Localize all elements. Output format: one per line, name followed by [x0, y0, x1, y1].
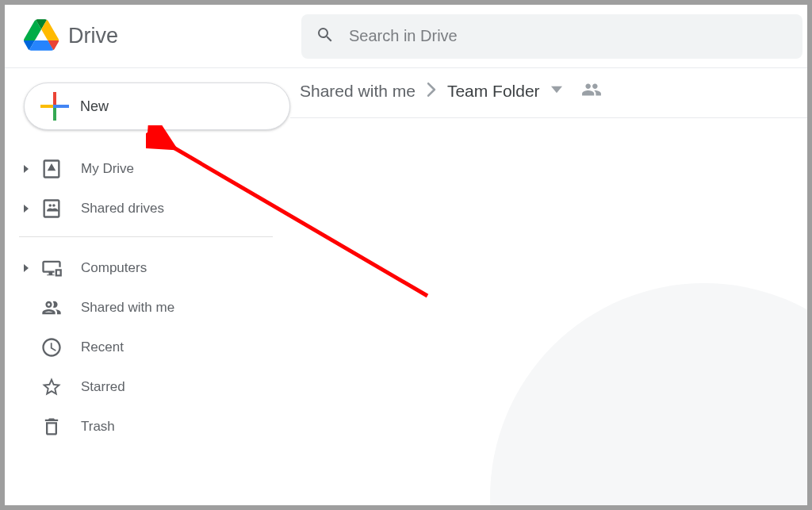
clock-icon — [40, 336, 63, 359]
sidebar-item-starred[interactable]: Starred — [19, 367, 290, 407]
new-button[interactable]: New — [24, 82, 290, 130]
svg-rect-4 — [53, 105, 56, 108]
header: Drive — [5, 5, 807, 68]
search-input[interactable] — [349, 27, 788, 45]
sidebar-item-shared-drives[interactable]: Shared drives — [19, 189, 290, 228]
nav-group-secondary: Computers Shared with me Recent — [19, 248, 290, 447]
sidebar-item-my-drive[interactable]: My Drive — [19, 149, 290, 189]
expand-icon[interactable] — [21, 264, 32, 272]
logo-area[interactable]: Drive — [24, 19, 301, 54]
search-icon — [316, 25, 335, 48]
dropdown-icon[interactable] — [551, 84, 562, 98]
my-drive-icon — [40, 157, 63, 181]
app-title: Drive — [68, 24, 118, 48]
sidebar-item-label: My Drive — [81, 161, 134, 177]
breadcrumb-current[interactable]: Team Folder — [447, 82, 540, 101]
main-area: New My Drive — [5, 68, 807, 505]
svg-rect-1 — [53, 108, 56, 121]
expand-icon[interactable] — [21, 205, 32, 213]
sidebar-item-label: Trash — [81, 419, 115, 435]
sidebar-item-label: Starred — [81, 379, 125, 395]
svg-rect-3 — [56, 105, 69, 108]
breadcrumb: Shared with me Team Folder — [290, 79, 807, 118]
sidebar-item-label: Recent — [81, 339, 124, 355]
sidebar: New My Drive — [5, 68, 290, 505]
sidebar-divider — [19, 236, 273, 237]
plus-icon — [40, 92, 69, 121]
sidebar-item-label: Shared with me — [81, 300, 174, 316]
app-window: Drive New — [5, 5, 807, 505]
svg-rect-0 — [53, 92, 56, 105]
svg-rect-2 — [40, 105, 53, 108]
new-button-label: New — [80, 98, 109, 115]
shared-drives-icon — [40, 197, 63, 220]
nav-group-primary: My Drive Shared drives — [19, 149, 290, 228]
sidebar-item-trash[interactable]: Trash — [19, 407, 290, 447]
people-icon — [40, 296, 63, 320]
sidebar-item-recent[interactable]: Recent — [19, 328, 290, 367]
background-decoration — [490, 283, 807, 505]
sidebar-item-shared-with-me[interactable]: Shared with me — [19, 288, 290, 328]
drive-logo-icon — [24, 19, 59, 54]
search-bar[interactable] — [301, 14, 802, 59]
sidebar-item-label: Computers — [81, 260, 147, 276]
expand-icon[interactable] — [21, 165, 32, 173]
people-icon — [581, 79, 602, 103]
sidebar-item-label: Shared drives — [81, 201, 164, 217]
sidebar-item-computers[interactable]: Computers — [19, 248, 290, 288]
star-icon — [40, 375, 63, 399]
content-area: Shared with me Team Folder — [290, 68, 807, 505]
chevron-right-icon — [427, 82, 436, 101]
breadcrumb-root[interactable]: Shared with me — [300, 82, 416, 101]
computers-icon — [40, 256, 63, 280]
trash-icon — [40, 415, 63, 439]
